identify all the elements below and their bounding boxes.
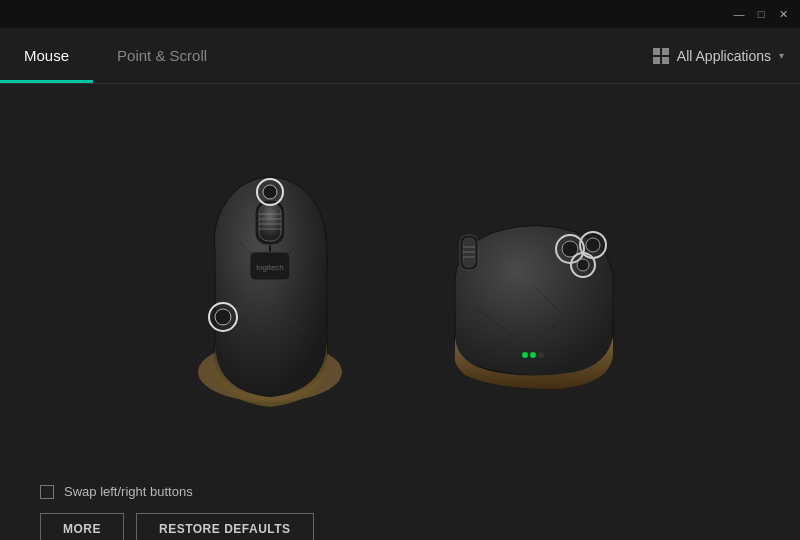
mouse-area: logitech [40, 104, 760, 464]
svg-point-16 [586, 238, 600, 252]
maximize-button[interactable]: □ [752, 5, 770, 23]
mouse-side-svg [435, 207, 635, 397]
swap-label: Swap left/right buttons [64, 484, 193, 499]
svg-point-10 [215, 309, 231, 325]
all-applications-label[interactable]: All Applications [677, 48, 771, 64]
bottom-controls: Swap left/right buttons MORE RESTORE DEF… [0, 484, 800, 540]
svg-rect-2 [259, 204, 281, 241]
svg-point-19 [522, 352, 528, 358]
header: Mouse Point & Scroll All Applications ▾ [0, 28, 800, 84]
chevron-down-icon[interactable]: ▾ [779, 50, 784, 61]
svg-point-20 [530, 352, 536, 358]
tab-point-scroll[interactable]: Point & Scroll [93, 28, 231, 83]
button-row: MORE RESTORE DEFAULTS [40, 513, 760, 540]
close-button[interactable]: ✕ [774, 5, 792, 23]
svg-point-21 [538, 352, 544, 358]
more-button[interactable]: MORE [40, 513, 124, 540]
mouse-side-view [435, 207, 635, 401]
swap-row: Swap left/right buttons [40, 484, 760, 499]
svg-point-12 [263, 185, 277, 199]
minimize-button[interactable]: — [730, 5, 748, 23]
main-content: logitech [0, 84, 800, 484]
title-bar: — □ ✕ [0, 0, 800, 28]
mouse-front-svg: logitech [165, 152, 375, 422]
mouse-front-view: logitech [165, 152, 375, 426]
tab-mouse[interactable]: Mouse [0, 28, 93, 83]
restore-defaults-button[interactable]: RESTORE DEFAULTS [136, 513, 314, 540]
svg-text:logitech: logitech [256, 263, 284, 272]
header-right: All Applications ▾ [653, 28, 800, 83]
swap-checkbox[interactable] [40, 485, 54, 499]
grid-icon[interactable] [653, 48, 669, 64]
svg-point-18 [577, 259, 589, 271]
